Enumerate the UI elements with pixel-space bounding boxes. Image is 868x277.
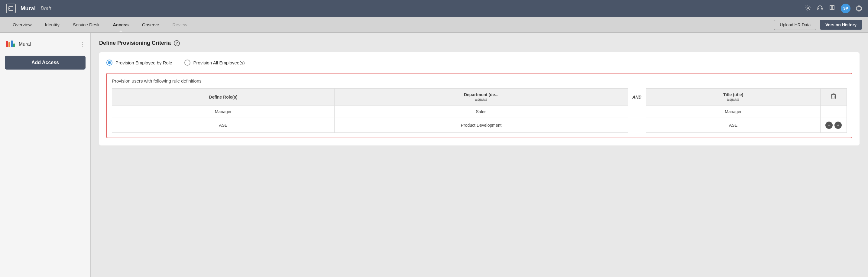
tab-identity[interactable]: Identity [38,17,66,32]
col-header-title: Title (title) Equals [646,89,820,105]
provisioning-card: Provision Employee by Role Provision All… [99,52,860,146]
nav-actions: Upload HR Data Version History [774,20,862,30]
svg-rect-3 [822,8,823,9]
app-title: Mural [21,5,36,12]
rule-box: Provision users with following rule defi… [106,73,852,138]
row2-and [628,118,646,133]
sidebar-app-icon [5,39,16,50]
svg-rect-5 [6,41,8,47]
row2-actions: − + [820,118,847,133]
avatar[interactable]: SP [841,4,850,13]
radio-by-role-label: Provision Employee by Role [116,60,172,65]
remove-row-button[interactable]: − [826,122,833,129]
delete-header-button[interactable] [831,93,836,101]
col-header-role: Define Role(s) [112,89,335,105]
svg-rect-7 [11,40,13,47]
row2-dept: Product Development [335,118,628,133]
svg-rect-6 [8,42,10,47]
top-bar: Mural Draft SP [0,0,868,17]
radio-by-role[interactable]: Provision Employee by Role [106,60,172,66]
main-layout: Mural ⋮ Add Access Define Provisioning C… [0,33,868,277]
radio-row: Provision Employee by Role Provision All… [106,60,852,66]
tab-service-desk[interactable]: Service Desk [66,17,106,32]
version-history-button[interactable]: Version History [820,20,862,30]
svg-point-1 [807,7,809,9]
help-icon[interactable]: ? [174,40,180,46]
row2-title: ASE [646,118,820,133]
col-header-dept: Department (de... Equals [335,89,628,105]
add-access-button[interactable]: Add Access [5,56,86,69]
app-logo-icon[interactable] [6,4,16,13]
top-bar-right: SP [805,4,862,13]
table-row: ASE Product Development ASE − + [112,118,847,133]
tab-review: Review [166,17,194,32]
radio-by-role-outer [106,60,113,66]
gear-icon[interactable] [805,4,811,13]
top-bar-left: Mural Draft [6,4,51,13]
more-options-icon[interactable]: ⋮ [80,41,86,48]
tab-overview[interactable]: Overview [6,17,38,32]
section-title: Define Provisioning Criteria ? [99,40,860,46]
row2-role: ASE [112,118,335,133]
col-header-and: AND [628,89,646,105]
nav-tabs: Overview Identity Service Desk Access Ob… [6,17,194,32]
tab-observe[interactable]: Observe [135,17,166,32]
table-header-row: Define Role(s) Department (de... Equals … [112,89,847,105]
add-remove-btns: − + [826,122,842,129]
row1-and [628,105,646,118]
svg-rect-2 [817,8,818,9]
tab-access[interactable]: Access [106,17,135,32]
sidebar: Mural ⋮ Add Access [0,33,91,277]
sidebar-app-row: Mural ⋮ [5,39,86,50]
table-row: Manager Sales Manager [112,105,847,118]
info-icon[interactable] [856,5,862,11]
row1-dept: Sales [335,105,628,118]
row1-title: Manager [646,105,820,118]
svg-rect-8 [13,43,15,47]
sidebar-app-name: Mural [19,41,31,47]
content-area: Define Provisioning Criteria ? Provision… [91,33,868,277]
col-header-actions [820,89,847,105]
rule-box-title: Provision users with following rule defi… [112,78,847,84]
book-icon[interactable] [829,4,835,13]
upload-hr-data-button[interactable]: Upload HR Data [774,20,816,30]
sidebar-app-info: Mural [5,39,31,50]
add-row-button[interactable]: + [834,122,842,129]
radio-all-label: Provision All Employee(s) [193,60,245,65]
app-subtitle: Draft [41,6,51,11]
rule-table: Define Role(s) Department (de... Equals … [112,88,847,133]
row1-actions [820,105,847,118]
radio-all-outer [184,60,190,66]
radio-all-employees[interactable]: Provision All Employee(s) [184,60,245,66]
headset-icon[interactable] [817,4,823,13]
radio-by-role-inner [108,61,111,64]
row1-role: Manager [112,105,335,118]
nav-bar: Overview Identity Service Desk Access Ob… [0,17,868,33]
